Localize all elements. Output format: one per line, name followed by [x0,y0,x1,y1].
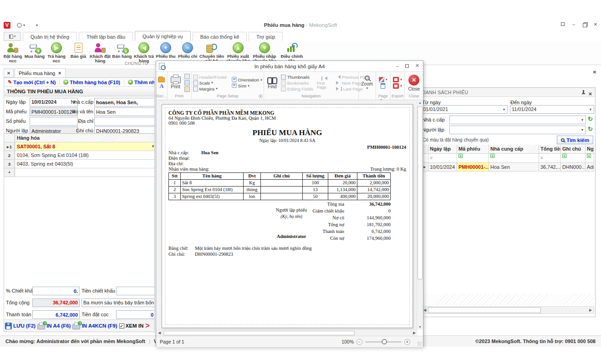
font-icon[interactable]: A [159,83,163,89]
dieu-chinh-ton-button[interactable]: Điều chỉnh tồn [278,41,306,63]
tab-close-all-button[interactable]: ✕ [4,69,14,77]
fullscreen-icon[interactable] [560,21,565,27]
watermark-button[interactable]: ▾ [379,77,387,82]
khach-dat-hang-button[interactable]: Khách đặt hàng [89,41,111,63]
search-button[interactable]: Tìm kiếm [557,136,593,144]
filter-text-icon[interactable]: a [587,154,592,158]
chevron-down-icon[interactable]: ▾ [588,106,593,113]
close-icon[interactable]: ✕ [415,63,419,69]
phieu-chi-button[interactable]: − Phiếu chi [177,41,199,63]
column-ngay-lap[interactable]: Ngày lập [428,145,457,153]
size-button[interactable]: Size▾ [232,83,262,88]
chevron-down-icon[interactable]: ▾ [152,142,154,151]
supplier-filter-field[interactable]: ▾ [449,116,586,124]
chevron-down-icon[interactable]: ▾ [580,126,585,134]
checkbox-checked-icon[interactable]: ✓ [119,324,124,329]
create-new-button[interactable]: ✎ Tạo mới (Ctrl + N) [4,79,60,85]
to-date-field[interactable]: 11/01/2024 ▾ [510,105,594,114]
grid-cell-empty[interactable] [15,168,155,177]
print-a4-button[interactable]: IN A4 (F6) [37,323,71,329]
tab-quan-tri-he-thong[interactable]: Quản trị hệ thống [23,32,77,41]
discount-amt-field[interactable] [116,287,155,295]
close-icon[interactable]: ✕ [588,90,592,99]
scrollbar-thumb[interactable] [428,307,541,313]
khach-tra-hang-button[interactable]: ◀ Khách trả hàng [133,41,155,63]
column-nguoi-lap[interactable]: Người [586,145,594,153]
page-color-icon[interactable] [381,83,385,89]
add-item-button[interactable]: + Thêm hàng hóa (F10) [60,80,124,85]
deposit-field[interactable] [116,310,155,319]
scrollbar-thumb[interactable] [418,106,423,279]
grid-cell-item[interactable]: 0104, Sơn Spring Ext 0104 (18l) [15,151,155,159]
print-a4kcn-button[interactable]: IN A4KCN (F9) [72,323,117,329]
horizontal-scrollbar[interactable]: ◀ ▶ [421,306,594,314]
save-button[interactable]: LƯU (F2) [5,323,36,329]
scroll-right-icon[interactable]: ▶ [411,331,418,335]
column-nha-cung-cap[interactable]: Nhà cung cấp [489,145,539,153]
phieu-thu-button[interactable]: + Phiếu thu [155,41,177,63]
scrollbar-thumb[interactable] [163,331,355,335]
chevron-down-icon[interactable]: ▾ [501,106,507,113]
filter-equals-icon[interactable]: = [430,154,455,162]
filter-text-icon[interactable]: a [490,154,537,158]
grid-cell-item[interactable]: SAT00001, Sắt 8 ▾ [15,142,155,151]
name-field[interactable] [94,107,155,116]
more-actions-chevron-icon[interactable]: > [145,322,149,329]
scroll-right-icon[interactable]: ▶ [587,308,594,312]
phieu-nhap-chuyen-kho-button[interactable]: ▼ Phiếu nhập chuyển kho [251,41,278,63]
right-dock-close-icon[interactable]: ✕ [591,70,598,76]
grid-row[interactable]: 2 0104, Sơn Spring Ext 0104 (18l) [4,151,155,160]
bao-gia-button[interactable]: Báo giá [67,41,89,63]
tab-thiet-lap-ban-dau[interactable]: Thiết lập ban đầu [79,32,133,41]
close-preview-button[interactable]: ✕ Close [406,75,422,91]
maximize-icon[interactable] [405,64,409,68]
send-pdf-button[interactable]: ▾ [393,83,402,89]
grid-row-selected[interactable]: ▶1 SAT00001, Sắt 8 ▾ [4,142,155,151]
pin-icon[interactable] [583,90,584,93]
add-employee-button[interactable]: + Thêm nhân vi [124,80,155,85]
scroll-down-icon[interactable]: ▼ [417,325,423,329]
vertical-scrollbar[interactable]: ▲ ▼ [417,100,423,329]
column-ghi-chu[interactable]: Ghi chú [561,145,586,153]
preview-checkbox[interactable]: ✓ XEM IN [119,323,144,329]
zoom-slider[interactable] [365,341,402,343]
export-pdf-button[interactable]: ▾ [393,77,402,82]
filter-text-icon[interactable]: a [562,154,584,158]
grid-row-new[interactable]: * [4,168,155,177]
chevron-down-icon[interactable]: ▾ [580,116,585,124]
refresh-icon[interactable]: ↻ [588,116,594,123]
tab-tro-giup[interactable]: Trợ giúp [249,32,283,41]
tra-hang-ncc-button[interactable]: ▶ Trả hàng ncc [46,41,67,63]
tab-phieu-mua-hang[interactable]: Phiếu mua hàng ✕ [15,68,66,77]
paid-field[interactable] [32,310,80,319]
refresh-icon[interactable]: ↻ [588,126,594,133]
mua-hang-button[interactable]: ▼ Mua hàng [24,41,46,63]
dat-hang-ncc-button[interactable]: Đặt hàng ncc [2,41,24,63]
ribbon-app-button[interactable]: ▾ [4,32,21,41]
print-options-icon[interactable] [184,80,190,86]
column-tong-tien[interactable]: Tổng tiền [539,145,561,153]
zoom-button[interactable]: Zoom ▾ [360,76,375,90]
supplier-field[interactable] [94,98,155,106]
phieu-xuat-chuyen-kho-button[interactable]: ▲ Phiếu xuất chuyển kho [225,41,251,63]
copy-page-icon[interactable] [184,86,190,92]
ban-hang-button[interactable]: ▲ Bán hàng [111,41,133,63]
grid-column-hang-hoa[interactable]: Hàng hóa [15,134,155,142]
scroll-up-icon[interactable]: ▲ [417,101,423,104]
zoom-out-icon[interactable]: − [357,339,362,345]
table-row[interactable]: ▶ 10/01/2024 PMH00001-... Hoa Sen 36,742… [421,163,594,172]
from-date-field[interactable]: 01/01/2021 ▾ [421,105,508,114]
filter-text-icon[interactable]: a [458,154,487,158]
restore-icon[interactable] [582,21,587,27]
filter-equals-icon[interactable]: = [540,154,559,162]
dialog-launcher-icon[interactable]: ▼ [259,94,263,98]
tab-quan-ly-nghiep-vu[interactable]: Quản lý nghiệp vụ [135,31,191,41]
address-field[interactable] [94,117,155,126]
print-button[interactable]: Print [169,76,183,89]
scroll-left-icon[interactable]: ◀ [156,331,163,335]
discount-pct-field[interactable] [32,287,80,295]
minimize-icon[interactable]: – [571,21,576,27]
tab-close-icon[interactable]: ✕ [58,71,61,76]
zoom-slider-thumb[interactable] [382,339,387,344]
find-button[interactable]: Find [265,76,279,89]
